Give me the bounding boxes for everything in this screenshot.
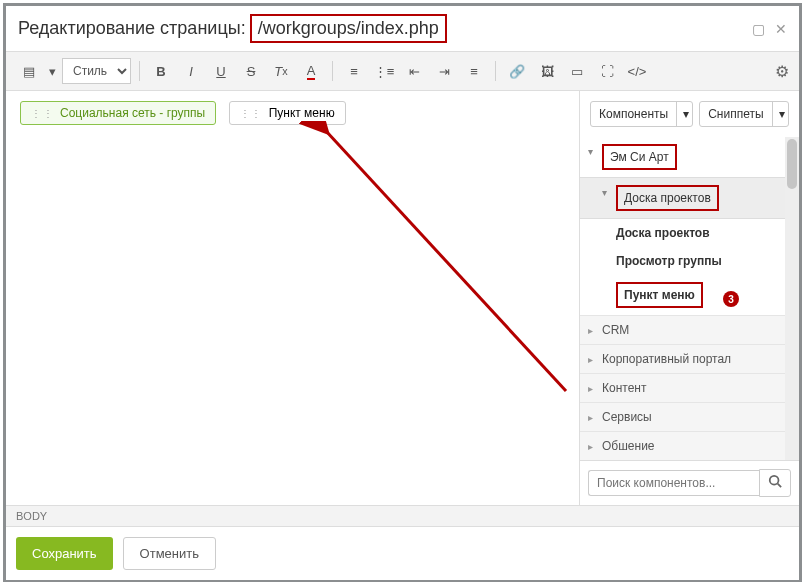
svg-point-1 — [770, 476, 779, 485]
chevron-down-icon[interactable]: ▾ — [772, 102, 789, 126]
video-icon[interactable]: ▭ — [564, 59, 590, 83]
block-view-dropdown-icon[interactable]: ▾ — [46, 59, 58, 83]
clear-format-icon[interactable]: Tx — [268, 59, 294, 83]
search-icon[interactable] — [759, 469, 791, 497]
scrollbar[interactable] — [785, 137, 799, 460]
drag-handle-icon[interactable]: ⋮⋮ — [31, 108, 54, 119]
tree-item[interactable]: Доска проектов — [580, 219, 799, 247]
titlebar: Редактирование страницы: /workgroups/ind… — [6, 6, 799, 51]
tree-sub-highlight: Доска проектов — [616, 185, 719, 211]
components-button[interactable]: Компоненты ▾ — [590, 101, 693, 127]
window-title: Редактирование страницы: — [18, 18, 246, 39]
separator — [139, 61, 140, 81]
tree-category[interactable]: Корпоративный портал — [580, 344, 799, 373]
components-panel: Компоненты ▾ Сниппеты ▾ Эм Си Арт 1 Доск… — [579, 91, 799, 505]
drag-handle-icon[interactable]: ⋮⋮ — [240, 108, 263, 119]
indent-icon[interactable]: ⇥ — [431, 59, 457, 83]
editor-window: Редактирование страницы: /workgroups/ind… — [3, 3, 802, 582]
italic-icon[interactable]: I — [178, 59, 204, 83]
tree-item-highlight: Пункт меню — [616, 282, 703, 308]
content-area: ⋮⋮ Социальная сеть - группы ⋮⋮ Пункт мен… — [6, 91, 799, 505]
window-controls: ▢ ✕ — [752, 21, 787, 37]
tree-subgroup[interactable]: Доска проектов 2 — [580, 177, 799, 219]
tree-root[interactable]: Эм Си Арт 1 — [580, 137, 799, 177]
list-unordered-icon[interactable]: ⋮≡ — [371, 59, 397, 83]
svg-line-2 — [778, 484, 782, 488]
chevron-down-icon[interactable]: ▾ — [676, 102, 693, 126]
component-tag-label: Социальная сеть - группы — [60, 106, 205, 120]
component-tag-label: Пункт меню — [269, 106, 335, 120]
component-tag-menu[interactable]: ⋮⋮ Пункт меню — [229, 101, 346, 125]
separator — [332, 61, 333, 81]
annotation-badge-3: 3 — [723, 291, 739, 307]
search-input[interactable] — [588, 470, 759, 496]
svg-line-0 — [326, 131, 566, 391]
tree-root-highlight: Эм Си Арт — [602, 144, 677, 170]
editor-canvas[interactable]: ⋮⋮ Социальная сеть - группы ⋮⋮ Пункт мен… — [6, 91, 579, 505]
snippets-button[interactable]: Сниппеты ▾ — [699, 101, 789, 127]
gear-icon[interactable]: ⚙ — [775, 62, 789, 81]
tree-item[interactable]: Просмотр группы — [580, 247, 799, 275]
page-path-highlight: /workgroups/index.php — [250, 14, 447, 43]
tree-item-menu[interactable]: Пункт меню 3 — [580, 275, 799, 315]
link-icon[interactable]: 🔗 — [504, 59, 530, 83]
tree-category[interactable]: Контент — [580, 373, 799, 402]
component-tree: Эм Си Арт 1 Доска проектов 2 Доска проек… — [580, 137, 799, 460]
tree-category[interactable]: Сервисы — [580, 402, 799, 431]
component-tag-social[interactable]: ⋮⋮ Социальная сеть - группы — [20, 101, 216, 125]
bold-icon[interactable]: B — [148, 59, 174, 83]
component-search — [580, 460, 799, 505]
cancel-button[interactable]: Отменить — [123, 537, 216, 570]
scrollbar-thumb[interactable] — [787, 139, 797, 189]
statusbar: BODY — [6, 505, 799, 526]
block-view-icon[interactable]: ▤ — [16, 59, 42, 83]
align-icon[interactable]: ≡ — [461, 59, 487, 83]
snippets-label: Сниппеты — [700, 102, 771, 126]
outdent-icon[interactable]: ⇤ — [401, 59, 427, 83]
text-color-icon[interactable]: A — [298, 59, 324, 83]
tree-category[interactable]: CRM — [580, 315, 799, 344]
close-icon[interactable]: ✕ — [775, 21, 787, 37]
fullscreen-icon[interactable]: ⛶ — [594, 59, 620, 83]
tree-category[interactable]: Обшение — [580, 431, 799, 460]
components-label: Компоненты — [591, 102, 676, 126]
editor-toolbar: ▤ ▾ Стиль B I U S Tx A ≡ ⋮≡ ⇤ ⇥ ≡ 🔗 🖼 ▭ … — [6, 51, 799, 91]
list-ordered-icon[interactable]: ≡ — [341, 59, 367, 83]
strike-icon[interactable]: S — [238, 59, 264, 83]
save-button[interactable]: Сохранить — [16, 537, 113, 570]
code-icon[interactable]: </> — [624, 59, 650, 83]
panel-tabs: Компоненты ▾ Сниппеты ▾ — [580, 91, 799, 137]
separator — [495, 61, 496, 81]
style-select[interactable]: Стиль — [62, 58, 131, 84]
footer: Сохранить Отменить — [6, 526, 799, 580]
annotation-arrow — [136, 121, 576, 411]
underline-icon[interactable]: U — [208, 59, 234, 83]
minimize-icon[interactable]: ▢ — [752, 21, 765, 37]
image-icon[interactable]: 🖼 — [534, 59, 560, 83]
